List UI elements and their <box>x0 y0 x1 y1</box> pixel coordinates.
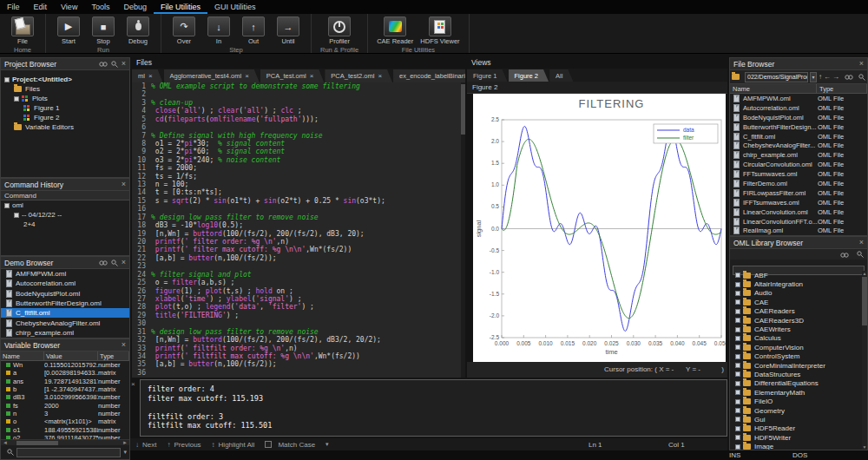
collapse-box[interactable] <box>735 299 740 305</box>
collapse-box[interactable] <box>14 96 19 102</box>
library-folder-row[interactable]: DifferentialEquations <box>730 379 862 388</box>
collapse-box[interactable] <box>735 390 740 395</box>
file-tab[interactable]: ml× <box>132 69 163 82</box>
ribbon-button[interactable]: Start <box>55 16 82 45</box>
match-case-checkbox[interactable] <box>265 441 272 448</box>
view-tab[interactable]: Figure 2 <box>509 69 549 82</box>
tree-item[interactable]: Project:<Untitled> <box>1 75 129 84</box>
library-scrollbar[interactable]: ▲ ▼ <box>862 271 867 450</box>
close-icon[interactable]: × <box>859 239 864 246</box>
figure-plot-area[interactable]: 0.0000.0050.0100.0150.0200.0250.0300.035… <box>473 94 726 362</box>
path-dropdown-icon[interactable]: ▾ <box>810 72 817 82</box>
menu-item[interactable]: GUI Utilities <box>207 0 263 14</box>
collapse-box[interactable] <box>735 399 740 404</box>
library-folder-row[interactable]: Geometry <box>730 406 862 415</box>
variable-row[interactable]: b [1 -2.3740947437... matrix <box>1 385 129 393</box>
file-browser-row[interactable]: BodeNyquistPlot.oml OML File <box>730 113 867 122</box>
variable-filter-input[interactable] <box>16 448 121 457</box>
command-item[interactable]: oml <box>1 200 129 210</box>
ribbon-button[interactable]: Until <box>274 16 302 45</box>
output-console[interactable]: filter order: 4filter max cutoff: 115.19… <box>140 379 727 437</box>
editor-scrollbar[interactable] <box>461 82 465 378</box>
demo-file-item[interactable]: Autocorrelation.oml <box>1 279 129 288</box>
file-browser-row[interactable]: FilterDemo.oml OML File <box>730 179 867 188</box>
ribbon-button[interactable]: File <box>9 16 36 45</box>
file-tab[interactable]: ex_encode_labelBinarizer.oml× <box>393 69 465 82</box>
collapse-box[interactable] <box>735 336 740 341</box>
file-browser-row[interactable]: C_fltfilt.oml OML File <box>730 132 867 141</box>
variable-row[interactable]: ans 19.7287149132817 number <box>1 378 129 385</box>
demo-file-item[interactable]: ButterworthFilterDesign.oml <box>1 299 129 308</box>
ribbon-button[interactable]: Profiler <box>326 16 353 45</box>
menu-item[interactable]: File <box>0 0 27 14</box>
variable-row[interactable]: fs 2000 number <box>1 401 129 409</box>
file-browser-row[interactable]: FFTsumwaves.oml OML File <box>730 169 867 179</box>
collapse-box[interactable] <box>735 273 740 278</box>
library-folder-row[interactable]: ABF <box>730 271 862 279</box>
close-icon[interactable]: × <box>122 60 126 68</box>
collapse-box[interactable] <box>4 77 10 82</box>
menu-item[interactable]: Tools <box>84 0 116 14</box>
variable-row[interactable]: dB3 3.01029995663981 number <box>1 393 129 401</box>
binoculars-icon[interactable] <box>840 252 849 258</box>
library-folder-row[interactable]: ComputerVision <box>730 343 862 352</box>
scrollbar-thumb[interactable] <box>461 84 465 135</box>
tab-close-icon[interactable]: × <box>245 72 249 80</box>
ribbon-button[interactable]: HDFS Viewer <box>420 16 459 45</box>
file-browser-row[interactable]: LinearConvolution.oml OML File <box>730 207 867 217</box>
library-folder-row[interactable]: CoreMinimalInterpreter <box>730 361 862 370</box>
variable-row[interactable]: Wn 0.1155012015792... number <box>1 361 129 369</box>
tree-item[interactable]: Plots <box>1 94 129 103</box>
library-folder-row[interactable]: HDF5Reader <box>730 424 862 433</box>
library-folder-row[interactable]: DataStructures <box>730 370 862 378</box>
demo-file-item[interactable]: AMFMPWM.oml <box>1 269 129 279</box>
demo-file-item[interactable]: BodeNyquistPlot.oml <box>1 289 129 299</box>
file-browser-row[interactable]: IFFTsumwaves.oml OML File <box>730 198 867 207</box>
library-folder-row[interactable]: HDF5Writer <box>730 433 862 442</box>
library-folder-row[interactable]: ControlSystem <box>730 352 862 361</box>
close-icon[interactable]: × <box>859 60 864 68</box>
file-browser-row[interactable]: CircularConvolution.oml OML File <box>730 160 867 169</box>
collapse-box[interactable] <box>735 327 740 332</box>
library-folder-row[interactable]: Image <box>730 442 862 450</box>
library-folder-row[interactable]: ElementaryMath <box>730 388 862 397</box>
menu-item[interactable]: View <box>54 0 84 14</box>
ribbon-button[interactable]: CAE Reader <box>377 16 413 45</box>
tab-close-icon[interactable]: × <box>148 72 153 80</box>
library-folder-row[interactable]: CAEReaders <box>730 307 862 316</box>
collapse-box[interactable] <box>735 291 740 296</box>
collapse-box[interactable] <box>735 408 740 413</box>
file-browser-row[interactable]: Autocorrelation.oml OML File <box>730 103 867 113</box>
search-icon[interactable] <box>111 260 118 266</box>
variable-row[interactable]: a [0.002898194633... matrix <box>1 369 129 377</box>
collapse-box[interactable] <box>735 417 740 422</box>
ribbon-button[interactable]: Debug <box>124 16 152 45</box>
console-close-icon[interactable]: × <box>131 380 135 388</box>
collapse-box[interactable] <box>735 345 740 350</box>
demo-file-item[interactable]: ChebyshevAnalogFilter.oml <box>1 318 129 327</box>
forward-icon[interactable]: → <box>832 73 839 81</box>
up-directory-icon[interactable]: ↑ <box>819 73 822 81</box>
menu-item[interactable]: Edit <box>27 0 55 14</box>
file-browser-row[interactable]: AMFMPWM.oml OML File <box>730 94 867 103</box>
tree-item[interactable]: Variable Editors <box>1 122 129 132</box>
ribbon-button[interactable]: Stop <box>89 16 117 45</box>
tab-close-icon[interactable]: × <box>378 72 382 80</box>
demo-file-item[interactable]: chirp_example.oml <box>1 328 129 338</box>
close-icon[interactable]: × <box>122 181 126 188</box>
collapse-box[interactable] <box>735 435 740 440</box>
collapse-box[interactable] <box>4 203 10 208</box>
file-tab[interactable]: PCA_test2.oml× <box>325 69 392 82</box>
file-browser-row[interactable]: chirp_example.oml OML File <box>730 150 867 160</box>
library-folder-row[interactable]: CAEWriters <box>730 325 862 333</box>
menu-item[interactable]: Debug <box>116 0 154 14</box>
search-icon[interactable] <box>857 251 864 258</box>
file-browser-row[interactable]: LinearConvolutionFFT.o... OML File <box>730 217 867 227</box>
ribbon-button[interactable]: Over <box>170 16 198 45</box>
collapse-box[interactable] <box>735 371 740 377</box>
search-icon[interactable] <box>111 61 118 68</box>
file-browser-row[interactable]: ChebyshevAnalogFilter... OML File <box>730 141 867 150</box>
close-icon[interactable]: × <box>122 259 126 266</box>
view-tab[interactable]: All <box>549 69 573 82</box>
library-folder-row[interactable]: AltairIntegration <box>730 279 862 288</box>
